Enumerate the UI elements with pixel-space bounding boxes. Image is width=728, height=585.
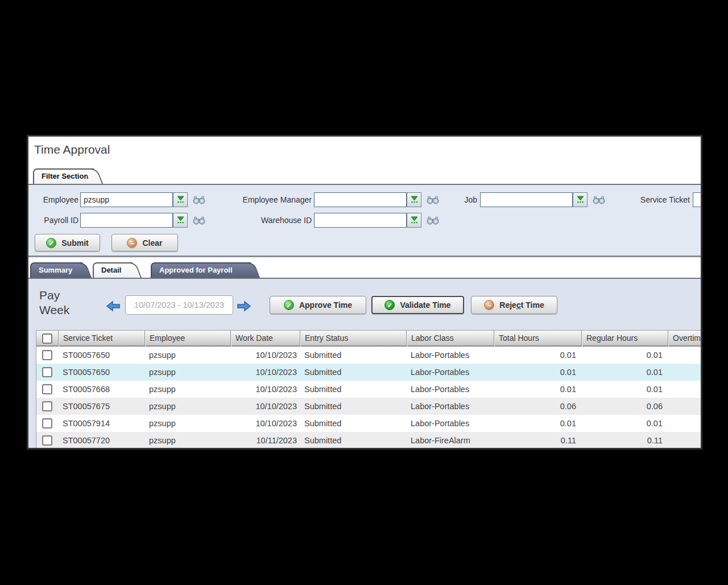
employee-manager-dropdown-button[interactable] <box>407 192 421 207</box>
cell-entry-status: Submitted <box>300 364 406 381</box>
table-row[interactable]: ST00057720 pzsupp 10/11/2023 Submitted L… <box>36 432 701 449</box>
cell-service-ticket: ST00057720 <box>58 432 144 449</box>
next-week-arrow-icon[interactable] <box>237 300 251 313</box>
cell-employee: pzsupp <box>144 432 230 449</box>
page-title: Time Approval <box>34 143 110 156</box>
employee-lookup-icon[interactable] <box>192 192 206 207</box>
table-row-highlighted[interactable]: ST00057650 pzsupp 10/10/2023 Submitted L… <box>36 364 701 381</box>
submit-button-label: Submit <box>61 238 88 248</box>
cell-total-hours: 0.11 <box>494 432 581 449</box>
row-checkbox[interactable] <box>42 435 52 446</box>
column-header-work-date[interactable]: Work Date <box>230 331 300 347</box>
reject-time-button[interactable]: Reject Time <box>471 296 557 314</box>
row-checkbox[interactable] <box>42 418 52 429</box>
table-row[interactable]: ST00057675 pzsupp 10/10/2023 Submitted L… <box>36 398 701 415</box>
cell-work-date: 10/11/2023 <box>230 432 300 449</box>
warehouse-id-lookup-icon[interactable] <box>426 213 440 228</box>
cell-work-date: 10/10/2023 <box>230 381 300 398</box>
grid-header-row: Service Ticket Employee Work Date Entry … <box>36 331 701 347</box>
cell-total-hours: 0.01 <box>494 381 581 398</box>
table-row[interactable]: ST00057650 pzsupp 10/10/2023 Submitted L… <box>36 347 701 364</box>
employee-input[interactable] <box>80 192 173 207</box>
pay-week-date-range-input[interactable] <box>125 295 233 315</box>
service-ticket-label: Service Ticket <box>628 192 690 207</box>
cell-overtime-hours <box>668 432 702 449</box>
table-row[interactable]: ST00057668 pzsupp 10/10/2023 Submitted L… <box>36 381 701 398</box>
cell-labor-class: Labor-Portables <box>406 381 494 398</box>
table-row[interactable]: ST00057914 pzsupp 10/10/2023 Submitted L… <box>36 415 701 432</box>
check-circle-icon <box>384 300 395 310</box>
payroll-id-dropdown-button[interactable] <box>173 213 188 228</box>
cell-employee: pzsupp <box>144 364 230 381</box>
cell-total-hours: 0.06 <box>494 398 581 415</box>
clear-button[interactable]: Clear <box>111 234 178 252</box>
tab-detail[interactable]: Detail <box>93 262 133 278</box>
warehouse-id-dropdown-button[interactable] <box>407 213 421 228</box>
tab-detail-label: Detail <box>101 266 121 274</box>
cell-labor-class: Labor-Portables <box>406 347 494 364</box>
validate-time-button-label: Validate Time <box>400 300 450 310</box>
validate-time-button[interactable]: Validate Time <box>371 296 464 314</box>
filter-dropdown-icon <box>576 195 585 205</box>
employee-manager-input[interactable] <box>314 192 407 207</box>
column-header-overtime-hours[interactable]: Overtim <box>668 331 702 347</box>
payroll-id-lookup-icon[interactable] <box>192 213 206 228</box>
submit-button[interactable]: Submit <box>35 234 100 252</box>
tab-summary[interactable]: Summary <box>30 262 82 278</box>
payroll-id-input[interactable] <box>80 213 173 228</box>
service-ticket-input[interactable] <box>693 192 702 207</box>
cell-regular-hours: 0.01 <box>581 381 668 398</box>
cell-entry-status: Submitted <box>300 398 406 415</box>
check-circle-icon <box>284 300 294 310</box>
column-header-total-hours[interactable]: Total Hours <box>494 331 581 347</box>
row-checkbox[interactable] <box>42 384 52 394</box>
approve-time-button[interactable]: Approve Time <box>270 296 366 314</box>
job-lookup-icon[interactable] <box>592 192 606 207</box>
tab-approved-for-payroll-label: Approved for Payroll <box>159 266 233 274</box>
cell-entry-status: Submitted <box>300 415 406 432</box>
select-all-checkbox[interactable] <box>42 333 52 344</box>
cell-labor-class: Labor-Portables <box>406 398 494 415</box>
cell-total-hours: 0.01 <box>494 364 581 381</box>
cell-overtime-hours <box>668 347 702 364</box>
approve-time-button-label: Approve Time <box>299 300 352 310</box>
cell-entry-status: Submitted <box>300 381 406 398</box>
cell-overtime-hours <box>668 364 702 381</box>
cell-regular-hours: 0.01 <box>581 364 668 381</box>
filter-dropdown-icon <box>176 195 185 205</box>
cell-total-hours: 0.01 <box>494 415 581 432</box>
tab-approved-for-payroll[interactable]: Approved for Payroll <box>151 262 251 278</box>
minus-circle-icon <box>127 238 137 248</box>
warehouse-id-label: Warehouse ID <box>228 213 312 228</box>
cell-service-ticket: ST00057650 <box>58 347 144 364</box>
filter-section-tab[interactable]: Filter Section <box>33 168 94 184</box>
column-header-entry-status[interactable]: Entry Status <box>300 331 406 347</box>
cell-service-ticket: ST00057650 <box>58 364 144 381</box>
cell-service-ticket: ST00057675 <box>58 398 144 415</box>
cell-work-date: 10/10/2023 <box>230 364 300 381</box>
column-header-labor-class[interactable]: Labor Class <box>406 331 494 347</box>
minus-circle-icon <box>484 300 494 310</box>
cell-labor-class: Labor-FireAlarm <box>406 432 494 449</box>
row-checkbox[interactable] <box>42 401 52 411</box>
cell-regular-hours: 0.11 <box>581 432 668 449</box>
employee-dropdown-button[interactable] <box>173 192 188 207</box>
filter-dropdown-icon <box>410 195 419 205</box>
cell-employee: pzsupp <box>144 398 230 415</box>
job-input[interactable] <box>480 192 573 207</box>
row-checkbox[interactable] <box>42 350 52 360</box>
column-header-regular-hours[interactable]: Regular Hours <box>581 331 668 347</box>
row-checkbox[interactable] <box>42 367 52 377</box>
column-header-employee[interactable]: Employee <box>144 331 230 347</box>
cell-regular-hours: 0.06 <box>581 398 668 415</box>
job-dropdown-button[interactable] <box>573 192 588 207</box>
tab-summary-label: Summary <box>39 266 72 274</box>
previous-week-arrow-icon[interactable] <box>106 300 121 313</box>
cell-service-ticket: ST00057668 <box>58 381 144 398</box>
column-header-service-ticket[interactable]: Service Ticket <box>58 331 144 347</box>
employee-manager-lookup-icon[interactable] <box>426 192 440 207</box>
cell-employee: pzsupp <box>144 381 230 398</box>
cell-labor-class: Labor-Portables <box>406 415 494 432</box>
payroll-id-label: Payroll ID <box>33 213 78 228</box>
warehouse-id-input[interactable] <box>314 213 407 228</box>
